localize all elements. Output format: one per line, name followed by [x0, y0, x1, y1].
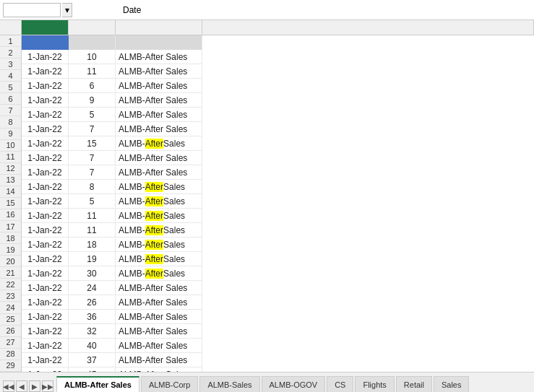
cell-11-e[interactable]: 1-Jan-22 — [22, 180, 69, 194]
sheet-nav-next[interactable]: ▶ — [29, 380, 40, 392]
cell-6-e[interactable]: 1-Jan-22 — [22, 108, 69, 122]
cell-2-w[interactable]: ALMB-After Sales — [116, 50, 202, 64]
row-num-21: 21 — [0, 267, 21, 279]
table-row: 1-Jan-2218ALMB-After Sales — [22, 238, 202, 252]
cell-17-e[interactable]: 1-Jan-22 — [22, 266, 69, 281]
sheet-tab-almb-sales[interactable]: ALMB-Sales — [199, 376, 259, 392]
sheet-tab-almb-ogov[interactable]: ALMB-OGOV — [262, 376, 326, 392]
col-header-g[interactable] — [69, 20, 116, 35]
cell-21-e[interactable]: 1-Jan-22 — [22, 324, 69, 339]
cell-19-w[interactable]: ALMB-After Sales — [116, 295, 202, 310]
confirm-icon[interactable] — [94, 4, 107, 17]
cell-15-w[interactable]: ALMB-After Sales — [116, 238, 202, 252]
cell-22-w[interactable]: ALMB-After Sales — [116, 339, 202, 353]
formula-input[interactable] — [120, 3, 531, 17]
cell-22-g[interactable]: 40 — [69, 339, 116, 353]
cell-19-g[interactable]: 26 — [69, 295, 116, 310]
cell-10-e[interactable]: 1-Jan-22 — [22, 165, 69, 180]
cell-11-g[interactable]: 8 — [69, 180, 116, 194]
cell-10-g[interactable]: 7 — [69, 165, 116, 180]
cell-20-e[interactable]: 1-Jan-22 — [22, 310, 69, 324]
sheet-tab-sales[interactable]: Sales — [434, 376, 470, 392]
cell-16-e[interactable]: 1-Jan-22 — [22, 252, 69, 266]
cell-17-g[interactable]: 30 — [69, 266, 116, 281]
cell-8-e[interactable]: 1-Jan-22 — [22, 136, 69, 151]
sheet-nav-prev[interactable]: ◀ — [16, 380, 27, 392]
name-box[interactable] — [3, 3, 61, 17]
cell-20-g[interactable]: 36 — [69, 310, 116, 324]
cell-21-w[interactable]: ALMB-After Sales — [116, 324, 202, 339]
sheet-tab-retail[interactable]: Retail — [396, 376, 432, 392]
cell-3-e[interactable]: 1-Jan-22 — [22, 64, 69, 79]
spreadsheet: 1 23456789101112131415161718192021222324… — [0, 20, 534, 372]
cell-7-w[interactable]: ALMB-After Sales — [116, 122, 202, 136]
cell-14-w[interactable]: ALMB-After Sales — [116, 223, 202, 238]
cell-13-g[interactable]: 11 — [69, 209, 116, 223]
cell-8-g[interactable]: 15 — [69, 136, 116, 151]
cell-24-e[interactable]: 1-Jan-22 — [22, 367, 69, 372]
row-num-1: 1 — [0, 35, 21, 47]
cell-3-g[interactable]: 11 — [69, 64, 116, 79]
row-num-8: 8 — [0, 116, 21, 128]
cell-10-w[interactable]: ALMB-After Sales — [116, 165, 202, 180]
cell-18-e[interactable]: 1-Jan-22 — [22, 281, 69, 295]
cell-7-e[interactable]: 1-Jan-22 — [22, 122, 69, 136]
name-box-dropdown[interactable]: ▾ — [62, 3, 72, 17]
cell-9-w[interactable]: ALMB-After Sales — [116, 151, 202, 165]
cell-23-e[interactable]: 1-Jan-22 — [22, 353, 69, 367]
cell-18-g[interactable]: 24 — [69, 281, 116, 295]
sheet-tab-almb-after-sales[interactable]: ALMB-After Sales — [56, 376, 139, 392]
col-header-e[interactable] — [22, 20, 69, 35]
sheet-tab-cs[interactable]: CS — [327, 376, 353, 392]
cell-9-e[interactable]: 1-Jan-22 — [22, 151, 69, 165]
cell-14-e[interactable]: 1-Jan-22 — [22, 223, 69, 238]
cell-12-e[interactable]: 1-Jan-22 — [22, 194, 69, 209]
cell-16-w[interactable]: ALMB-After Sales — [116, 252, 202, 266]
cell-5-e[interactable]: 1-Jan-22 — [22, 93, 69, 108]
col-header-w[interactable] — [116, 20, 202, 35]
table-row: 1-Jan-2210ALMB-After Sales — [22, 50, 202, 64]
cell-2-e[interactable]: 1-Jan-22 — [22, 50, 69, 64]
cell-17-w[interactable]: ALMB-After Sales — [116, 266, 202, 281]
cell-13-w[interactable]: ALMB-After Sales — [116, 209, 202, 223]
cell-9-g[interactable]: 7 — [69, 151, 116, 165]
cell-24-w[interactable]: ALMB-After Sales — [116, 367, 202, 372]
cell-1-e[interactable] — [22, 35, 69, 50]
cell-6-w[interactable]: ALMB-After Sales — [116, 108, 202, 122]
cell-5-w[interactable]: ALMB-After Sales — [116, 93, 202, 108]
sheet-nav-first[interactable]: ◀◀ — [3, 380, 14, 392]
cell-4-w[interactable]: ALMB-After Sales — [116, 79, 202, 93]
cell-12-w[interactable]: ALMB-After Sales — [116, 194, 202, 209]
cell-1-g[interactable] — [69, 35, 116, 50]
cell-18-w[interactable]: ALMB-After Sales — [116, 281, 202, 295]
cell-24-g[interactable]: 45 — [69, 367, 116, 372]
row-num-7: 7 — [0, 105, 21, 116]
cell-12-g[interactable]: 5 — [69, 194, 116, 209]
sheet-nav-last[interactable]: ▶▶ — [42, 380, 53, 392]
cell-13-e[interactable]: 1-Jan-22 — [22, 209, 69, 223]
cell-15-e[interactable]: 1-Jan-22 — [22, 238, 69, 252]
cell-2-g[interactable]: 10 — [69, 50, 116, 64]
cell-23-w[interactable]: ALMB-After Sales — [116, 353, 202, 367]
cell-8-w[interactable]: ALMB-After Sales — [116, 136, 202, 151]
cell-21-g[interactable]: 32 — [69, 324, 116, 339]
cell-23-g[interactable]: 37 — [69, 353, 116, 367]
cell-7-g[interactable]: 7 — [69, 122, 116, 136]
sheet-tab-almb-corp[interactable]: ALMB-Corp — [141, 376, 198, 392]
cell-22-e[interactable]: 1-Jan-22 — [22, 339, 69, 353]
cell-3-w[interactable]: ALMB-After Sales — [116, 64, 202, 79]
cell-1-w[interactable] — [116, 35, 202, 50]
cancel-icon[interactable] — [78, 4, 91, 17]
cell-19-e[interactable]: 1-Jan-22 — [22, 295, 69, 310]
row-num-17: 17 — [0, 221, 21, 232]
cell-16-g[interactable]: 19 — [69, 252, 116, 266]
cell-4-e[interactable]: 1-Jan-22 — [22, 79, 69, 93]
cell-14-g[interactable]: 11 — [69, 223, 116, 238]
cell-20-w[interactable]: ALMB-After Sales — [116, 310, 202, 324]
cell-6-g[interactable]: 5 — [69, 108, 116, 122]
cell-11-w[interactable]: ALMB-After Sales — [116, 180, 202, 194]
cell-15-g[interactable]: 18 — [69, 238, 116, 252]
cell-4-g[interactable]: 6 — [69, 79, 116, 93]
sheet-tab-flights[interactable]: Flights — [355, 376, 394, 392]
cell-5-g[interactable]: 9 — [69, 93, 116, 108]
